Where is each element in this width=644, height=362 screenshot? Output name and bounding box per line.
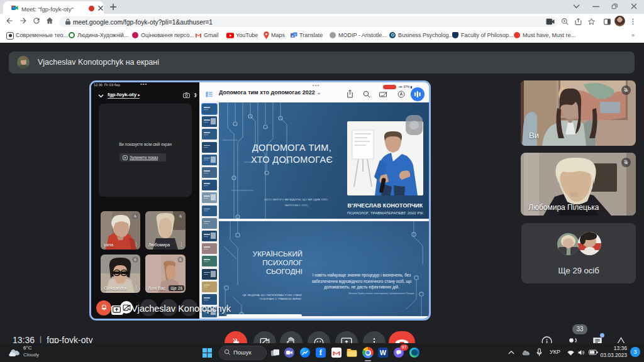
- svg-text:文: 文: [294, 33, 297, 36]
- svg-text:A: A: [292, 35, 294, 38]
